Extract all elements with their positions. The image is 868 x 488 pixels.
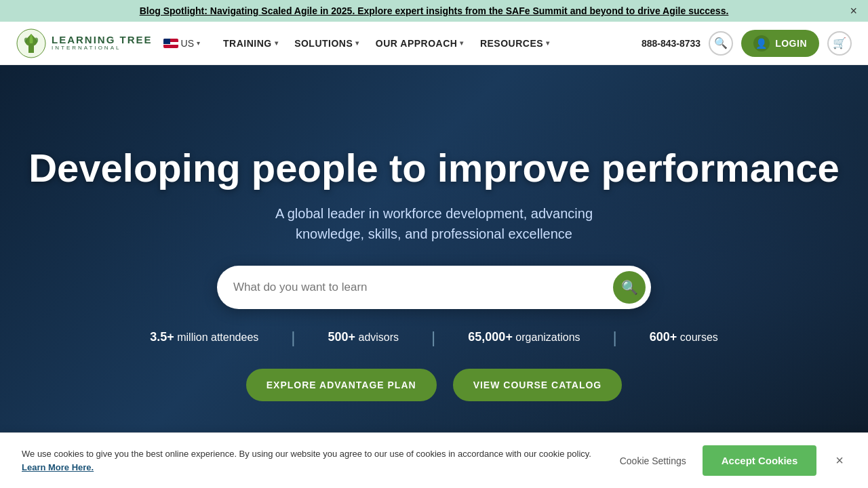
nav-links: TRAINING ▾ SOLUTIONS ▾ OUR APPROACH ▾ RE… — [216, 33, 642, 54]
navbar: LEARNING TREE INTERNATIONAL US ▾ TRAININ… — [0, 22, 868, 65]
logo[interactable]: LEARNING TREE INTERNATIONAL — [16, 28, 153, 58]
flag-icon — [163, 39, 178, 48]
hero-search-submit[interactable]: 🔍 — [613, 271, 646, 304]
lang-chevron-icon: ▾ — [197, 39, 200, 47]
hero-search-icon: 🔍 — [621, 279, 638, 296]
login-button[interactable]: 👤 LOGIN — [741, 30, 819, 57]
view-catalog-button[interactable]: VIEW COURSE CATALOG — [453, 369, 623, 401]
stat-courses: 600+ courses — [650, 330, 718, 344]
search-button[interactable]: 🔍 — [709, 31, 733, 56]
cookie-close-button[interactable]: × — [833, 450, 846, 471]
cookie-learn-more-link[interactable]: Learn More Here. — [22, 462, 94, 472]
top-banner: Blog Spotlight: Navigating Scaled Agile … — [0, 0, 868, 22]
nav-training[interactable]: TRAINING ▾ — [216, 33, 285, 54]
stat-divider-2: | — [431, 328, 435, 347]
nav-our-approach[interactable]: OUR APPROACH ▾ — [369, 33, 471, 54]
phone-number: 888-843-8733 — [642, 38, 701, 49]
cookie-banner: We use cookies to give you the best onli… — [0, 432, 868, 488]
logo-text: LEARNING TREE INTERNATIONAL — [52, 35, 153, 52]
hero-subtitle: A global leader in workforce development… — [27, 203, 841, 244]
hero-stats: 3.5+ million attendees | 500+ advisors |… — [27, 328, 841, 347]
logo-icon — [16, 28, 46, 58]
stat-attendees: 3.5+ million attendees — [150, 330, 258, 344]
banner-close-button[interactable]: × — [850, 4, 857, 18]
our-approach-chevron-icon: ▾ — [460, 39, 464, 47]
stat-advisors: 500+ advisors — [328, 330, 399, 344]
language-selector[interactable]: US ▾ — [163, 38, 200, 49]
search-icon: 🔍 — [714, 37, 728, 49]
banner-link[interactable]: Blog Spotlight: Navigating Scaled Agile … — [140, 5, 729, 16]
stat-divider-1: | — [291, 328, 295, 347]
hero-buttons: EXPLORE ADVANTAGE PLAN VIEW COURSE CATAL… — [27, 369, 841, 401]
cart-button[interactable]: 🛒 — [827, 31, 852, 56]
hero-search-input[interactable] — [233, 281, 613, 294]
stat-organizations: 65,000+ organizations — [468, 330, 580, 344]
nav-right: 888-843-8733 🔍 👤 LOGIN 🛒 — [642, 30, 852, 57]
cookie-settings-button[interactable]: Cookie Settings — [620, 455, 686, 466]
accept-cookies-button[interactable]: Accept Cookies — [703, 445, 817, 476]
resources-chevron-icon: ▾ — [546, 39, 550, 47]
nav-solutions[interactable]: SOLUTIONS ▾ — [288, 33, 366, 54]
explore-advantage-button[interactable]: EXPLORE ADVANTAGE PLAN — [246, 369, 437, 401]
training-chevron-icon: ▾ — [275, 39, 279, 47]
nav-resources[interactable]: RESOURCES ▾ — [473, 33, 557, 54]
login-user-icon: 👤 — [753, 35, 770, 52]
solutions-chevron-icon: ▾ — [355, 39, 359, 47]
hero-search-bar: 🔍 — [217, 266, 651, 309]
hero-title: Developing people to improve performance — [27, 146, 841, 190]
hero-section: Developing people to improve performance… — [0, 65, 868, 483]
cookie-text: We use cookies to give you the best onli… — [22, 447, 604, 474]
cart-icon: 🛒 — [833, 37, 846, 49]
hero-content: Developing people to improve performance… — [0, 146, 868, 401]
stat-divider-3: | — [613, 328, 617, 347]
lang-label: US — [181, 38, 194, 49]
